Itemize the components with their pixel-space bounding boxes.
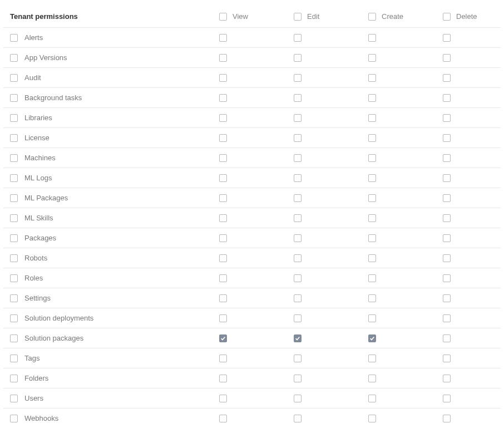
- row-select-checkbox[interactable]: [10, 334, 18, 342]
- edit-checkbox[interactable]: [294, 355, 302, 362]
- edit-checkbox[interactable]: [294, 174, 302, 182]
- create-checkbox[interactable]: [368, 395, 376, 402]
- edit-checkbox[interactable]: [294, 154, 302, 162]
- edit-checkbox[interactable]: [294, 134, 302, 142]
- view-checkbox[interactable]: [219, 355, 227, 362]
- edit-checkbox[interactable]: [294, 74, 302, 82]
- row-select-checkbox[interactable]: [10, 375, 18, 382]
- delete-checkbox[interactable]: [443, 174, 451, 182]
- create-checkbox[interactable]: [368, 274, 376, 282]
- delete-checkbox[interactable]: [443, 134, 451, 142]
- delete-checkbox[interactable]: [443, 294, 451, 302]
- select-all-create-checkbox[interactable]: [368, 13, 376, 21]
- create-checkbox[interactable]: [368, 154, 376, 162]
- delete-checkbox[interactable]: [443, 254, 451, 262]
- row-select-checkbox[interactable]: [10, 174, 18, 182]
- create-checkbox[interactable]: [368, 415, 376, 422]
- delete-checkbox[interactable]: [443, 154, 451, 162]
- view-checkbox[interactable]: [219, 274, 227, 282]
- delete-checkbox[interactable]: [443, 214, 451, 222]
- edit-checkbox[interactable]: [294, 34, 302, 42]
- edit-checkbox[interactable]: [294, 395, 302, 402]
- view-checkbox[interactable]: [219, 114, 227, 122]
- view-checkbox[interactable]: [219, 94, 227, 102]
- edit-checkbox[interactable]: [294, 214, 302, 222]
- delete-checkbox[interactable]: [443, 34, 451, 42]
- create-checkbox[interactable]: [368, 114, 376, 122]
- create-checkbox[interactable]: [368, 54, 376, 62]
- select-all-edit-checkbox[interactable]: [294, 13, 302, 21]
- view-checkbox[interactable]: [219, 375, 227, 382]
- delete-checkbox[interactable]: [443, 334, 451, 342]
- create-checkbox[interactable]: [368, 375, 376, 382]
- edit-checkbox[interactable]: [294, 274, 302, 282]
- row-select-checkbox[interactable]: [10, 274, 18, 282]
- edit-checkbox[interactable]: [294, 294, 302, 302]
- view-checkbox[interactable]: [219, 54, 227, 62]
- edit-checkbox[interactable]: [294, 314, 302, 322]
- view-checkbox[interactable]: [219, 134, 227, 142]
- select-all-delete-checkbox[interactable]: [443, 13, 451, 21]
- view-checkbox[interactable]: [219, 234, 227, 242]
- view-checkbox[interactable]: [219, 214, 227, 222]
- delete-checkbox[interactable]: [443, 94, 451, 102]
- edit-checkbox[interactable]: [294, 254, 302, 262]
- edit-checkbox[interactable]: [294, 234, 302, 242]
- view-checkbox[interactable]: [219, 294, 227, 302]
- delete-checkbox[interactable]: [443, 415, 451, 422]
- edit-checkbox[interactable]: [294, 194, 302, 202]
- create-checkbox[interactable]: [368, 314, 376, 322]
- view-checkbox[interactable]: [219, 154, 227, 162]
- edit-checkbox[interactable]: [294, 94, 302, 102]
- row-select-checkbox[interactable]: [10, 94, 18, 102]
- create-checkbox[interactable]: [368, 174, 376, 182]
- create-checkbox[interactable]: [368, 134, 376, 142]
- edit-checkbox[interactable]: [294, 114, 302, 122]
- row-select-checkbox[interactable]: [10, 415, 18, 422]
- edit-checkbox[interactable]: [294, 54, 302, 62]
- delete-checkbox[interactable]: [443, 234, 451, 242]
- create-checkbox[interactable]: [368, 74, 376, 82]
- row-select-checkbox[interactable]: [10, 34, 18, 42]
- create-checkbox[interactable]: [368, 234, 376, 242]
- edit-checkbox[interactable]: [294, 415, 302, 422]
- delete-checkbox[interactable]: [443, 395, 451, 402]
- delete-checkbox[interactable]: [443, 114, 451, 122]
- row-select-checkbox[interactable]: [10, 54, 18, 62]
- create-checkbox[interactable]: [368, 334, 376, 342]
- delete-checkbox[interactable]: [443, 314, 451, 322]
- view-checkbox[interactable]: [219, 395, 227, 402]
- row-select-checkbox[interactable]: [10, 134, 18, 142]
- delete-checkbox[interactable]: [443, 74, 451, 82]
- view-checkbox[interactable]: [219, 314, 227, 322]
- view-checkbox[interactable]: [219, 174, 227, 182]
- delete-checkbox[interactable]: [443, 54, 451, 62]
- create-checkbox[interactable]: [368, 254, 376, 262]
- edit-checkbox[interactable]: [294, 334, 302, 342]
- row-select-checkbox[interactable]: [10, 194, 18, 202]
- row-select-checkbox[interactable]: [10, 74, 18, 82]
- create-checkbox[interactable]: [368, 214, 376, 222]
- row-select-checkbox[interactable]: [10, 294, 18, 302]
- row-select-checkbox[interactable]: [10, 314, 18, 322]
- view-checkbox[interactable]: [219, 34, 227, 42]
- select-all-view-checkbox[interactable]: [219, 13, 227, 21]
- create-checkbox[interactable]: [368, 355, 376, 362]
- view-checkbox[interactable]: [219, 415, 227, 422]
- row-select-checkbox[interactable]: [10, 254, 18, 262]
- row-select-checkbox[interactable]: [10, 355, 18, 362]
- row-select-checkbox[interactable]: [10, 114, 18, 122]
- row-select-checkbox[interactable]: [10, 154, 18, 162]
- row-select-checkbox[interactable]: [10, 234, 18, 242]
- delete-checkbox[interactable]: [443, 355, 451, 362]
- create-checkbox[interactable]: [368, 34, 376, 42]
- create-checkbox[interactable]: [368, 194, 376, 202]
- row-select-checkbox[interactable]: [10, 395, 18, 402]
- view-checkbox[interactable]: [219, 194, 227, 202]
- delete-checkbox[interactable]: [443, 375, 451, 382]
- edit-checkbox[interactable]: [294, 375, 302, 382]
- view-checkbox[interactable]: [219, 74, 227, 82]
- view-checkbox[interactable]: [219, 254, 227, 262]
- row-select-checkbox[interactable]: [10, 214, 18, 222]
- delete-checkbox[interactable]: [443, 194, 451, 202]
